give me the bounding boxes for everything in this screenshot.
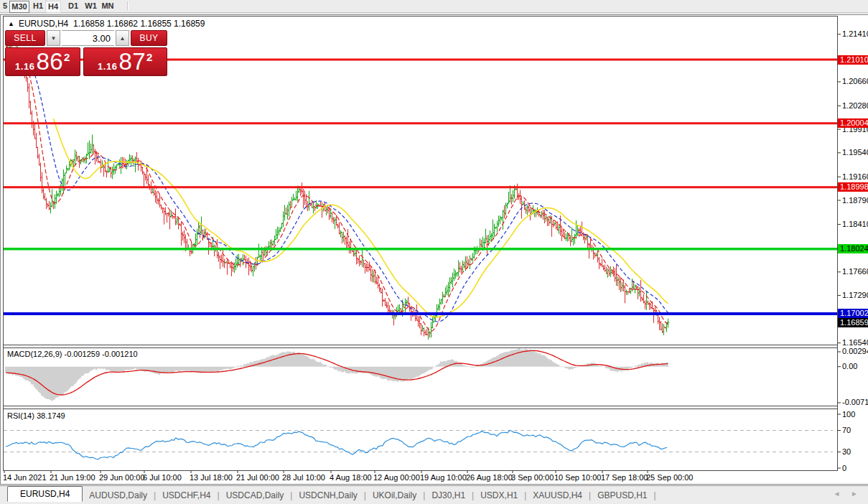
chart-tab-usdchf-h4[interactable]: USDCHF,H4	[156, 487, 217, 503]
chart-tab-audusd-daily[interactable]: AUDUSD,Daily	[83, 487, 154, 503]
tab-separator: |	[654, 490, 656, 500]
buy-price-pips: 87	[118, 48, 146, 75]
symbol-tab-bar: EURUSD,H4AUDUSD,Daily|USDCHF,H4|USDCAD,D…	[0, 485, 868, 504]
sell-price-display[interactable]: 1.16 86 2	[5, 47, 80, 76]
chart-tab-dj30-h1[interactable]: DJ30,H1	[425, 487, 472, 503]
trading-platform-window: 5M30H1H4D1W1MN ▲EURUSD,H4 1.16858 1.1686…	[0, 0, 868, 504]
buy-button[interactable]: BUY	[131, 30, 167, 46]
sell-price-main: 1.16	[15, 61, 34, 72]
sell-button[interactable]: SELL	[5, 30, 45, 46]
chart-tab-ukoil-daily[interactable]: UKOil,Daily	[366, 487, 423, 503]
chart-tab-usdcad-daily[interactable]: USDCAD,Daily	[220, 487, 291, 503]
buy-price-point: 2	[146, 51, 153, 63]
chart-tab-xauusd-h4[interactable]: XAUUSD,H4	[526, 487, 589, 503]
one-click-trading-panel: SELL ▼ 3.00 ▲ BUY 1.16 86 2 1.16 87 2	[5, 30, 167, 76]
sell-price-point: 2	[64, 51, 70, 63]
chart-tab-usdx-h1[interactable]: USDX,H1	[474, 487, 524, 503]
symbol-tabs: EURUSD,H4AUDUSD,Daily|USDCHF,H4|USDCAD,D…	[0, 487, 656, 503]
buy-price-main: 1.16	[98, 61, 117, 72]
chart-tab-usdcnh-daily[interactable]: USDCNH,Daily	[292, 487, 363, 503]
chart-tab-gbpusd-h1[interactable]: GBPUSD,H1	[591, 487, 653, 503]
sell-price-pips: 86	[36, 48, 63, 75]
chart-tab-eurusd-h4[interactable]: EURUSD,H4	[7, 486, 83, 502]
volume-input[interactable]: 3.00	[62, 30, 114, 46]
volume-increase-button[interactable]: ▲	[116, 30, 129, 46]
volume-decrease-button[interactable]: ▼	[47, 30, 60, 46]
buy-price-display[interactable]: 1.16 87 2	[83, 47, 167, 76]
tab-scroll-arrows-icon[interactable]: ◄ ►	[833, 490, 862, 498]
